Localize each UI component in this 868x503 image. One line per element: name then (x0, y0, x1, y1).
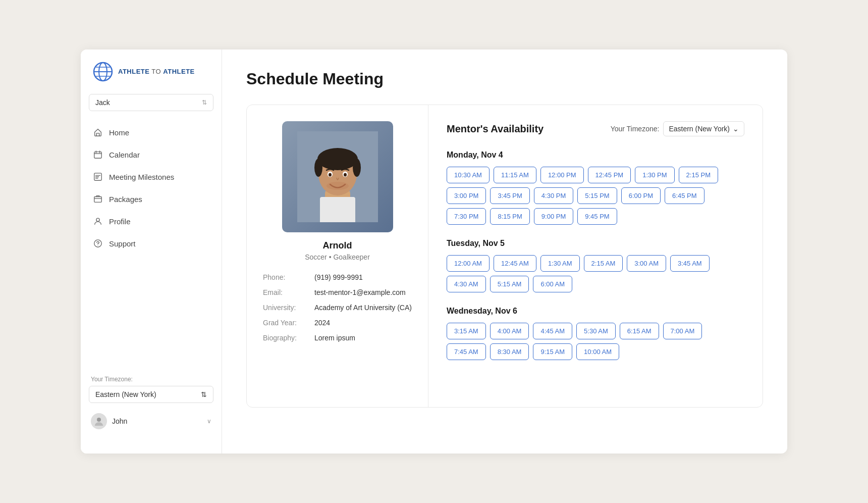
phone-label: Phone: (263, 273, 308, 281)
time-slot-2-5[interactable]: 7:00 AM (663, 323, 702, 339)
timezone-selector: Your Timezone: Eastern (New York) ⌄ (611, 121, 744, 136)
user-select-value: Jack (95, 98, 110, 107)
mentor-sport: Soccer • Goalkeeper (263, 253, 412, 261)
day-section-2: Wednesday, Nov 63:15 AM4:00 AM4:45 AM5:3… (447, 307, 744, 360)
svg-point-10 (97, 244, 98, 245)
time-slot-0-0[interactable]: 10:30 AM (447, 167, 490, 183)
mentor-university-row: University: Academy of Art University (C… (263, 304, 412, 312)
app-container: ATHLETE TO ATHLETE Jack ⇅ Home Calendar (81, 49, 787, 454)
sidebar-timezone-select[interactable]: Eastern (New York) ⇅ (89, 386, 213, 403)
time-slot-0-9[interactable]: 5:15 PM (577, 187, 617, 204)
time-slot-0-14[interactable]: 9:00 PM (534, 208, 573, 225)
svg-point-11 (97, 418, 101, 422)
biography-value: Lorem ipsum (314, 334, 355, 342)
time-slot-2-1[interactable]: 4:00 AM (490, 323, 529, 339)
time-slot-2-7[interactable]: 8:30 AM (490, 343, 529, 360)
sidebar: ATHLETE TO ATHLETE Jack ⇅ Home Calendar (81, 49, 222, 454)
sidebar-nav: Home Calendar Meeting Milestones Package… (81, 121, 222, 255)
sidebar-item-home[interactable]: Home (81, 121, 222, 143)
user-select-dropdown[interactable]: Jack ⇅ (89, 94, 213, 111)
time-slot-2-8[interactable]: 9:15 AM (533, 343, 572, 360)
svg-point-18 (353, 159, 361, 177)
time-slot-1-1[interactable]: 12:45 AM (494, 255, 536, 272)
time-slot-0-3[interactable]: 12:45 PM (588, 167, 631, 183)
availability-panel: Mentor's Availability Your Timezone: Eas… (428, 105, 763, 407)
timezone-dropdown-value: Eastern (New York) (669, 125, 730, 133)
day-section-0: Monday, Nov 410:30 AM11:15 AM12:00 PM12:… (447, 150, 744, 225)
time-slot-1-2[interactable]: 1:30 AM (540, 255, 580, 272)
sidebar-item-milestones-label: Meeting Milestones (109, 173, 174, 181)
time-slot-0-1[interactable]: 11:15 AM (494, 167, 536, 183)
time-slot-1-0[interactable]: 12:00 AM (447, 255, 490, 272)
mentor-photo (282, 121, 393, 232)
availability-header: Mentor's Availability Your Timezone: Eas… (447, 121, 744, 136)
time-slot-1-6[interactable]: 4:30 AM (447, 276, 486, 292)
day-label-2: Wednesday, Nov 6 (447, 307, 744, 316)
sidebar-timezone-value: Eastern (New York) (95, 390, 156, 398)
user-bottom-section[interactable]: John ∨ (89, 409, 213, 433)
sidebar-item-calendar[interactable]: Calendar (81, 143, 222, 166)
sidebar-item-meeting-milestones[interactable]: Meeting Milestones (81, 166, 222, 188)
university-label: University: (263, 304, 308, 312)
milestone-icon (93, 172, 103, 182)
time-slot-0-12[interactable]: 7:30 PM (447, 208, 486, 225)
time-slot-0-7[interactable]: 3:45 PM (490, 187, 529, 204)
sidebar-bottom: Your Timezone: Eastern (New York) ⇅ John… (81, 368, 222, 441)
support-icon (93, 238, 103, 248)
time-slot-1-7[interactable]: 5:15 AM (490, 276, 529, 292)
time-slot-0-6[interactable]: 3:00 PM (447, 187, 486, 204)
time-slot-2-2[interactable]: 4:45 AM (533, 323, 572, 339)
svg-point-21 (329, 173, 332, 177)
time-slot-2-9[interactable]: 10:00 AM (576, 343, 619, 360)
time-slot-0-5[interactable]: 2:15 PM (679, 167, 718, 183)
grad-year-value: 2024 (314, 319, 330, 327)
time-slot-0-11[interactable]: 6:45 PM (665, 187, 704, 204)
user-select-arrow-icon: ⇅ (202, 99, 207, 106)
phone-value: (919) 999-9991 (314, 273, 363, 281)
svg-point-23 (327, 182, 349, 190)
logo-text: ATHLETE TO ATHLETE (118, 68, 195, 76)
home-icon (93, 127, 103, 137)
time-slot-1-3[interactable]: 2:15 AM (584, 255, 623, 272)
timezone-dropdown-arrow-icon: ⌄ (733, 125, 739, 133)
email-label: Email: (263, 288, 308, 296)
availability-title: Mentor's Availability (447, 123, 544, 135)
time-slot-0-8[interactable]: 4:30 PM (534, 187, 573, 204)
time-slot-2-0[interactable]: 3:15 AM (447, 323, 486, 339)
time-slot-1-4[interactable]: 3:00 AM (627, 255, 666, 272)
time-slot-2-3[interactable]: 5:30 AM (576, 323, 616, 339)
sidebar-item-packages[interactable]: Packages (81, 188, 222, 210)
time-slot-0-13[interactable]: 8:15 PM (490, 208, 529, 225)
time-slot-2-6[interactable]: 7:45 AM (447, 343, 486, 360)
day-label-0: Monday, Nov 4 (447, 150, 744, 160)
user-bottom-name: John (112, 417, 202, 425)
mentor-info: Phone: (919) 999-9991 Email: test-mentor… (263, 273, 412, 349)
sidebar-item-calendar-label: Calendar (109, 150, 140, 159)
timezone-dropdown[interactable]: Eastern (New York) ⌄ (663, 121, 744, 136)
days-container: Monday, Nov 410:30 AM11:15 AM12:00 PM12:… (447, 150, 744, 360)
logo-icon (93, 62, 113, 82)
timezone-selector-label: Your Timezone: (611, 125, 660, 133)
content-card: Arnold Soccer • Goalkeeper Phone: (919) … (246, 105, 763, 408)
day-label-1: Tuesday, Nov 5 (447, 239, 744, 248)
time-slot-1-5[interactable]: 3:45 AM (670, 255, 710, 272)
mentor-panel: Arnold Soccer • Goalkeeper Phone: (919) … (247, 105, 428, 407)
sidebar-item-profile[interactable]: Profile (81, 210, 222, 232)
time-slot-0-2[interactable]: 12:00 PM (540, 167, 584, 183)
time-slot-2-4[interactable]: 6:15 AM (620, 323, 659, 339)
time-slot-0-4[interactable]: 1:30 PM (635, 167, 674, 183)
time-slot-0-10[interactable]: 6:00 PM (621, 187, 661, 204)
day-section-1: Tuesday, Nov 512:00 AM12:45 AM1:30 AM2:1… (447, 239, 744, 292)
svg-rect-14 (320, 197, 355, 222)
packages-icon (93, 194, 103, 204)
time-slots-1: 12:00 AM12:45 AM1:30 AM2:15 AM3:00 AM3:4… (447, 255, 744, 292)
time-slots-2: 3:15 AM4:00 AM4:45 AM5:30 AM6:15 AM7:00 … (447, 323, 744, 360)
sidebar-item-packages-label: Packages (109, 195, 142, 204)
time-slot-1-8[interactable]: 6:00 AM (533, 276, 572, 292)
sidebar-item-home-label: Home (109, 128, 129, 137)
time-slot-0-15[interactable]: 9:45 PM (577, 208, 617, 225)
biography-label: Biography: (263, 334, 308, 342)
sidebar-item-support[interactable]: Support (81, 232, 222, 255)
sidebar-logo: ATHLETE TO ATHLETE (81, 62, 222, 94)
page-title: Schedule Meeting (246, 70, 763, 88)
